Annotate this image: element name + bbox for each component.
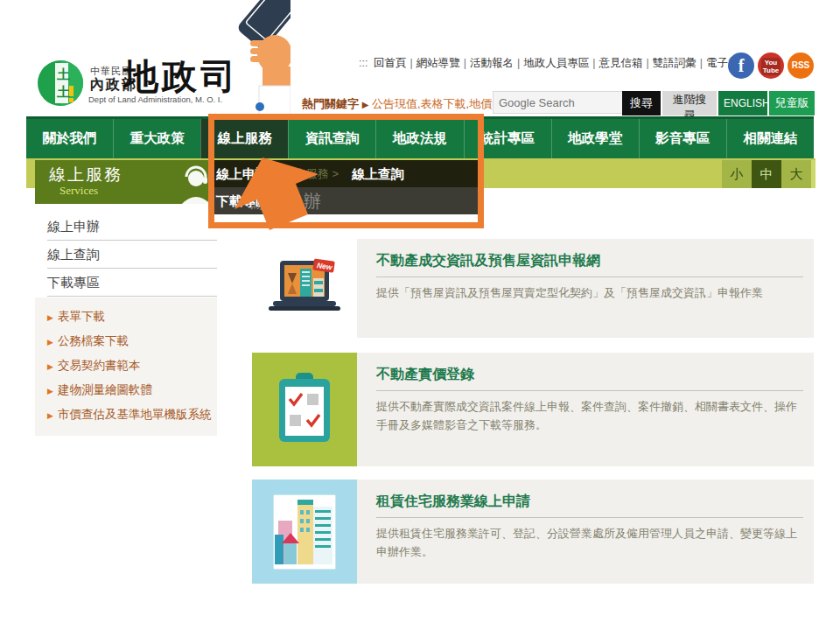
nav-item-about[interactable]: 關於我們 [26,119,113,158]
sidebar-item-online-apply[interactable]: 線上申辦 [35,213,217,240]
card-title[interactable]: 不動產實價登錄 [376,366,803,384]
sidebar-item-downloads[interactable]: 下載專區 [35,269,217,296]
card-description: 提供「預售屋資訊及預售屋買賣定型化契約」及「預售屋成交資訊」申報作業 [376,284,803,302]
dropdown-row: 首頁 > 線上服務 > 線上申辦 線上查詢 [213,160,478,187]
card-icon-box [252,353,357,466]
facebook-icon[interactable]: f [728,52,754,79]
font-size-small[interactable]: 小 [722,160,752,188]
sidebar-sublist: ▶表單下載 ▶公務檔案下載 ▶交易契約書範本 ▶建物測量繪圖軟體 ▶市價查估及基… [35,298,217,436]
link-home[interactable]: 回首頁 [374,57,416,69]
main-nav: 關於我們 重大政策 線上服務 資訊查詢 地政法規 統計專區 地政學堂 影音專區 … [26,116,814,158]
dropdown-item-online-query[interactable]: 線上查詢 [352,160,404,187]
sidebar-sub-valuation-system[interactable]: ▶市價查估及基準地單機版系統 [35,402,217,427]
sidebar-divider [47,296,217,297]
sidebar-sub-label: 市價查估及基準地單機版系統 [58,408,212,421]
advanced-search-button[interactable]: 進階搜尋 [662,91,717,116]
search-input[interactable] [493,91,626,114]
laptop-new-icon: New [267,257,342,320]
bullet-arrow-icon: ▶ [47,362,53,371]
font-size-medium[interactable]: 中 [752,160,781,188]
sidebar-sub-form-download[interactable]: ▶表單下載 [35,304,217,329]
buildings-icon [273,494,336,570]
agency-logo-icon: 土 土 [37,60,84,107]
sidebar-sub-label: 公務檔案下載 [58,334,129,347]
hot-keywords-list[interactable]: 公告現值,表格下載,地價 [372,97,492,110]
sidebar-header: 線上服務 Services [35,160,212,204]
card-title[interactable]: 租賃住宅服務業線上申請 [376,493,803,511]
nav-item-online-services[interactable]: 線上服務 [200,119,288,158]
service-card-presale-reporting[interactable]: New 不動產成交資訊及預售屋資訊申報網 提供「預售屋資訊及預售屋買賣定型化契約… [252,239,814,338]
nav-item-land-regulations[interactable]: 地政法規 [375,119,463,158]
link-sitemap[interactable]: 網站導覽 [416,57,470,69]
font-size-large[interactable]: 大 [781,160,811,188]
bullet-arrow-icon: ▶ [47,411,53,420]
card-title-underline [376,517,803,518]
bullet-arrow-icon: ▶ [47,387,53,396]
accesskey-marker: ::: [359,57,368,69]
rss-icon[interactable]: RSS [788,52,814,79]
bullet-arrow-icon: ▶ [47,313,53,322]
link-staff-area[interactable]: 地政人員專區 [523,57,598,69]
card-icon-box: New [252,239,357,338]
link-event-signup[interactable]: 活動報名 [470,57,523,69]
logo-english-caption: Dept of Land Administration, M. O. I. [88,94,222,104]
card-icon-box [252,480,357,584]
nav-item-academy[interactable]: 地政學堂 [551,119,639,158]
english-version-button[interactable]: ENGLISH [718,91,767,116]
hot-keywords-arrow-icon: ▶ [362,100,369,109]
sidebar-item-online-query[interactable]: 線上查詢 [35,241,217,268]
dropdown-item-downloads[interactable]: 下載專區 [216,187,269,214]
search-button[interactable]: 搜尋 [622,91,661,116]
service-card-rental-housing[interactable]: 租賃住宅服務業線上申請 提供租賃住宅服務業許可、登記、分設營業處所及僱用管理人員… [252,480,814,584]
nav-item-info-query[interactable]: 資訊查詢 [288,119,375,158]
nav-item-statistics[interactable]: 統計專區 [464,119,551,158]
bullet-arrow-icon: ▶ [47,338,53,346]
hot-keywords-label: 熱門關鍵字 [302,97,359,110]
sidebar-sub-label: 表單下載 [58,310,105,323]
online-services-dropdown: 首頁 > 線上服務 > 線上申辦 線上查詢 線上申辦 下載專區 [213,160,478,214]
sidebar-subtitle: Services [60,184,98,198]
sidebar-menu: 線上申辦 線上查詢 下載專區 ▶表單下載 ▶公務檔案下載 ▶交易契約書範本 ▶建… [35,213,217,436]
card-title-underline [376,276,803,277]
youtube-icon[interactable]: YouTube [758,52,784,79]
sidebar-sub-survey-software[interactable]: ▶建物測量繪圖軟體 [35,378,217,402]
card-body: 租賃住宅服務業線上申請 提供租賃住宅服務業許可、登記、分設營業處所及僱用管理人員… [357,480,814,584]
link-mailbox[interactable]: 意見信箱 [598,57,652,69]
card-title[interactable]: 不動產成交資訊及預售屋資訊申報網 [376,252,803,270]
link-bilingual-glossary[interactable]: 雙語詞彙 [653,57,706,69]
sidebar-sub-label: 交易契約書範本 [58,359,141,372]
phone-in-hand-illustration [219,0,290,116]
card-description: 提供租賃住宅服務業許可、登記、分設營業處所及僱用管理人員之申請、變更等線上申辦作… [376,524,803,562]
font-size-switcher: 小 中 大 [722,160,811,188]
nav-item-policy[interactable]: 重大政策 [113,119,200,158]
hot-keywords: 熱門關鍵字 ▶ 公告現值,表格下載,地價 [302,96,492,112]
nav-item-related-links[interactable]: 相關連結 [726,119,814,158]
svg-text:土: 土 [57,84,70,99]
nav-item-media[interactable]: 影音專區 [639,119,726,158]
card-description: 提供不動產實際成交資訊案件線上申報、案件查詢、案件撤銷、相關書表文件、操作手冊及… [376,397,803,435]
youtube-icon-text-bottom: Tube [763,66,780,74]
card-body: 不動產成交資訊及預售屋資訊申報網 提供「預售屋資訊及預售屋買賣定型化契約」及「預… [357,239,814,338]
clipboard-checklist-icon [271,371,338,448]
youtube-icon-text-top: You [765,59,778,66]
dropdown-item-online-apply[interactable]: 線上申辦 [216,160,269,187]
band-end-patch [811,160,816,188]
service-card-price-registration[interactable]: 不動產實價登錄 提供不動產實際成交資訊案件線上申報、案件查詢、案件撤銷、相關書表… [252,353,814,466]
card-body: 不動產實價登錄 提供不動產實際成交資訊案件線上申報、案件查詢、案件撤銷、相關書表… [357,353,814,466]
sidebar-sub-label: 建物測量繪圖軟體 [58,383,152,396]
kids-version-button[interactable]: 兒童版 [769,91,815,116]
header-quicklinks: ::: 回首頁網站導覽活動報名地政人員專區意見信箱雙語詞彙電子報 [359,56,726,71]
dropdown-row: 線上申辦 下載專區 [213,187,478,214]
svg-text:土: 土 [57,66,70,81]
card-title-underline [376,390,803,391]
headset-service-icon [178,165,212,204]
sidebar-sub-official-files[interactable]: ▶公務檔案下載 [35,329,217,354]
sidebar-sub-contract-templates[interactable]: ▶交易契約書範本 [35,354,217,378]
